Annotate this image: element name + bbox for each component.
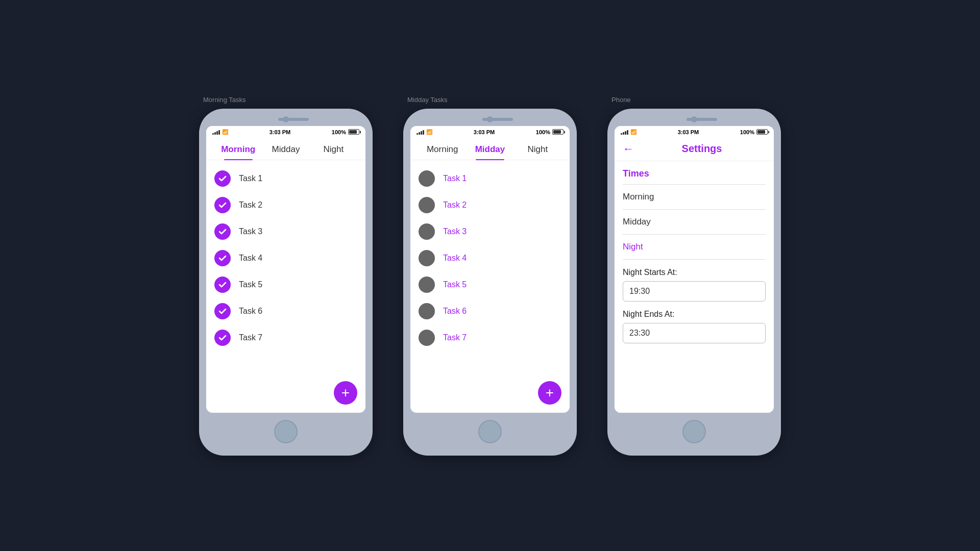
status-left: 📶 <box>212 129 228 135</box>
task-item[interactable]: Task 6 <box>214 298 357 324</box>
task-item[interactable]: Task 5 <box>419 271 561 298</box>
task-name: Task 3 <box>239 227 262 236</box>
tabs-midday: Morning Midday Night <box>410 137 570 160</box>
task-list-midday: Task 1 Task 2 Task 3 Task 4 Task 5 <box>410 160 570 413</box>
status-right: 100% <box>740 129 768 135</box>
task-name: Task 7 <box>443 333 467 342</box>
task-item[interactable]: Task 3 <box>214 218 357 245</box>
tab-morning[interactable]: Morning <box>214 141 262 160</box>
battery-percent: 100% <box>536 129 550 135</box>
signal-bar-3 <box>216 131 218 135</box>
tab-midday[interactable]: Midday <box>262 141 309 160</box>
task-check-icon <box>214 330 231 346</box>
task-item[interactable]: Task 4 <box>419 245 561 271</box>
task-item[interactable]: Task 1 <box>214 165 357 192</box>
task-name: Task 5 <box>443 280 467 289</box>
phone-camera-icon <box>691 116 697 122</box>
signal-bar-1 <box>416 133 418 135</box>
phone-container-morning: Morning Tasks 📶 3:03 PM <box>199 96 373 456</box>
battery-icon <box>552 129 564 135</box>
task-check-icon <box>214 197 231 213</box>
task-item[interactable]: Task 5 <box>214 271 357 298</box>
phone-container-settings: Phone 📶 3:03 PM 100% <box>607 96 781 456</box>
task-name: Task 3 <box>443 227 467 236</box>
night-starts-input[interactable] <box>623 281 766 302</box>
task-name: Task 6 <box>239 307 262 316</box>
signal-bars-icon <box>416 130 424 135</box>
phone-camera-icon <box>283 116 289 122</box>
task-name: Task 4 <box>443 254 467 263</box>
tab-midday[interactable]: Midday <box>466 141 513 160</box>
tab-night[interactable]: Night <box>514 141 561 160</box>
status-time: 3:03 PM <box>678 129 699 135</box>
task-circle-empty <box>419 250 435 266</box>
task-circle-empty <box>419 223 435 240</box>
status-right: 100% <box>332 129 359 135</box>
phone-screen-midday: 📶 3:03 PM 100% Morning Midday Night <box>410 126 570 413</box>
task-check-icon <box>214 223 231 240</box>
tab-night[interactable]: Night <box>310 141 357 160</box>
task-circle-empty <box>419 303 435 319</box>
battery-icon <box>348 129 359 135</box>
task-name: Task 2 <box>443 201 467 210</box>
phone-screen-morning: 📶 3:03 PM 100% Morning Midday Night <box>206 126 365 413</box>
signal-bar-1 <box>621 133 622 135</box>
phone-label-morning: Morning Tasks <box>199 96 246 104</box>
task-item[interactable]: Task 4 <box>214 245 357 271</box>
task-name: Task 5 <box>239 280 262 289</box>
battery-fill <box>553 130 561 134</box>
status-bar: 📶 3:03 PM 100% <box>615 126 774 137</box>
settings-screen: ← Settings Times Morning Midday Night Ni… <box>615 137 774 413</box>
wifi-icon: 📶 <box>222 129 228 135</box>
add-task-button[interactable]: + <box>538 381 561 405</box>
signal-bar-1 <box>212 133 214 135</box>
phone-top-bar <box>615 118 774 121</box>
signal-bar-2 <box>623 132 624 135</box>
task-name: Task 7 <box>239 333 262 342</box>
settings-item-night[interactable]: Night <box>623 235 766 260</box>
add-task-button[interactable]: + <box>334 381 357 405</box>
signal-bar-3 <box>625 131 626 135</box>
night-starts-label: Night Starts At: <box>623 268 766 277</box>
task-check-icon <box>214 170 231 187</box>
battery-percent: 100% <box>332 129 346 135</box>
task-name: Task 1 <box>443 174 467 183</box>
home-button[interactable] <box>274 420 298 443</box>
phone-camera-icon <box>487 116 493 122</box>
task-list-morning: Task 1 Task 2 Task 3 <box>206 160 365 413</box>
phone-top-bar <box>410 118 570 121</box>
settings-item-morning[interactable]: Morning <box>623 185 766 210</box>
status-bar: 📶 3:03 PM 100% <box>410 126 570 137</box>
back-button[interactable]: ← <box>623 142 634 156</box>
tab-morning[interactable]: Morning <box>419 141 466 160</box>
task-item[interactable]: Task 6 <box>419 298 561 324</box>
status-left: 📶 <box>621 129 636 135</box>
status-time: 3:03 PM <box>270 129 291 135</box>
night-starts-field: Night Starts At: <box>623 268 766 302</box>
task-item[interactable]: Task 2 <box>419 192 561 218</box>
night-ends-field: Night Ends At: <box>623 310 766 343</box>
home-button[interactable] <box>478 420 502 443</box>
task-item[interactable]: Task 3 <box>419 218 561 245</box>
night-ends-input[interactable] <box>623 323 766 343</box>
signal-bar-3 <box>421 131 422 135</box>
signal-bars-icon <box>621 130 628 135</box>
settings-body: Times Morning Midday Night Night Starts … <box>615 161 774 343</box>
settings-section-times: Times <box>623 161 766 185</box>
signal-bars-icon <box>212 130 220 135</box>
status-left: 📶 <box>416 129 432 135</box>
phone-settings: 📶 3:03 PM 100% ← Settings Times <box>607 109 781 456</box>
task-item[interactable]: Task 7 <box>214 324 357 351</box>
task-check-icon <box>214 303 231 319</box>
task-item[interactable]: Task 1 <box>419 165 561 192</box>
task-item[interactable]: Task 7 <box>419 324 561 351</box>
phone-midday: 📶 3:03 PM 100% Morning Midday Night <box>403 109 577 456</box>
battery-icon <box>756 129 768 135</box>
status-time: 3:03 PM <box>474 129 495 135</box>
task-item[interactable]: Task 2 <box>214 192 357 218</box>
settings-item-midday[interactable]: Midday <box>623 210 766 235</box>
task-name: Task 6 <box>443 307 467 316</box>
home-button[interactable] <box>682 420 706 443</box>
task-name: Task 4 <box>239 254 262 263</box>
signal-bar-2 <box>214 132 216 135</box>
